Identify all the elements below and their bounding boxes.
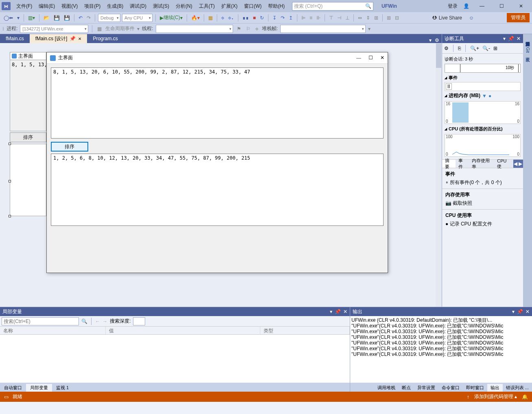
locals-search-icon[interactable]: 🔍 [81, 319, 87, 324]
app-close-button[interactable]: ✕ [380, 55, 384, 61]
maximize-button[interactable]: ☐ [495, 1, 508, 11]
login-icon[interactable]: 👤 [463, 3, 469, 9]
status-src-control[interactable]: 添加到源代码管理 ▴ [474, 393, 517, 400]
handle-icon[interactable]: ⁞ [2, 26, 4, 32]
menu-调试d[interactable]: 调试(D) [126, 3, 150, 10]
locals-body[interactable] [0, 335, 350, 383]
output-dropdown-icon[interactable]: ▾ [512, 309, 515, 314]
diag-cpu-header[interactable]: CPU (所有处理器的百分比) [445, 125, 521, 133]
tab-gear-icon[interactable]: ⚙ [435, 37, 439, 43]
align-5[interactable]: ⊣ [336, 13, 342, 22]
out-btab[interactable]: 错误列表 ... [503, 384, 532, 392]
menu-文件f[interactable]: 文件(F) [13, 3, 35, 10]
redo-button[interactable]: ↷ [85, 13, 92, 22]
tab-overflow-icon[interactable]: ▾ [429, 37, 432, 43]
continue-button[interactable]: ▶ 继续(C) ▾ [159, 13, 184, 22]
out-btab[interactable]: 调用堆栈 [374, 384, 399, 392]
toolbox-icon[interactable]: ▦ [207, 13, 214, 22]
running-app-window[interactable]: 主界面 — ☐ ✕ 8, 1, 5, 13, 20, 6, 10, 55, 20… [46, 52, 388, 273]
cpu-chart[interactable]: 100 100 0 0 [445, 134, 521, 157]
pause-button[interactable]: II [446, 83, 452, 90]
thread-combo[interactable] [156, 25, 233, 33]
out-btab[interactable]: 命令窗口 [438, 384, 463, 392]
locals-search-input[interactable] [2, 317, 79, 325]
out-btab[interactable]: 断点 [399, 384, 414, 392]
stackframe-combo[interactable] [280, 25, 366, 33]
input-textbox[interactable]: 8, 1, 5, 13, 20, 6, 10, 55, 200, 99, 2, … [51, 67, 384, 139]
locals-nav-back[interactable]: ← [95, 319, 100, 324]
menu-窗口w[interactable]: 窗口(W) [241, 3, 265, 10]
align-4[interactable]: ⊤ [328, 13, 334, 22]
size-3[interactable]: ⊞ [373, 13, 379, 22]
designer-scrollbar[interactable] [436, 43, 442, 307]
menu-编辑e[interactable]: 编辑(E) [35, 3, 58, 10]
diag-tab-left-icon[interactable]: ◀ [513, 160, 518, 168]
locals-dropdown-icon[interactable]: ▾ [330, 309, 332, 314]
out-btab[interactable]: 即时窗口 [463, 384, 487, 392]
nav-back-button[interactable]: ◯⬅ [2, 13, 14, 22]
diag-tab-memory[interactable]: 内存使用率 [469, 160, 494, 168]
undo-button[interactable]: ↶ [77, 13, 84, 22]
output-pin-icon[interactable]: 📌 [517, 309, 523, 314]
spacing-2[interactable]: ⊟ [394, 13, 400, 22]
sect-mem-link[interactable]: 📷 截取快照 [445, 200, 520, 207]
step-button-2[interactable]: ⎆▾ [227, 13, 235, 22]
diag-timeline[interactable]: 10秒 [445, 64, 521, 73]
flag2-icon[interactable]: ⚐ [245, 24, 252, 33]
spacing-1[interactable]: ⊞ [386, 13, 392, 22]
out-btab[interactable]: 输出 [487, 384, 503, 392]
step-button-1[interactable]: ⎆ [220, 13, 225, 22]
memory-chart[interactable]: 16 16 0 0 [445, 101, 521, 124]
diag-zoomin-icon[interactable]: 🔍+ [470, 46, 479, 51]
doc-tab[interactable]: Program.cs [87, 34, 123, 43]
locals-close-icon[interactable]: ✕ [343, 309, 347, 314]
step-over-button[interactable]: ↷ [279, 13, 286, 22]
menu-帮助h[interactable]: 帮助(H) [265, 3, 288, 10]
btab-watch1[interactable]: 监视 1 [52, 384, 73, 392]
size-2[interactable]: ⇕ [365, 13, 371, 22]
col-name[interactable]: 名称 [0, 327, 106, 334]
hot-reload-button[interactable]: 🔥▾ [190, 13, 201, 22]
align-6[interactable]: ⊥ [344, 13, 351, 22]
config-combo[interactable]: Debug [98, 14, 120, 22]
liveshare-button[interactable]: ⮋ Live Share [432, 15, 462, 21]
diag-tab-events[interactable]: 事件 [456, 160, 469, 168]
diag-pin-icon[interactable]: 📌 [508, 36, 514, 41]
diag-close-icon[interactable]: ✕ [517, 36, 521, 41]
align-3[interactable]: ⊪ [315, 13, 322, 22]
col-type[interactable]: 类型 [260, 327, 350, 334]
status-bell-icon[interactable]: 🔔 [522, 394, 528, 400]
app-maximize-button[interactable]: ☐ [368, 55, 373, 61]
nav-fwd-button[interactable]: ▾ [16, 13, 21, 22]
flag-icon[interactable]: ⚑ [235, 24, 242, 33]
menu-项目p[interactable]: 项目(P) [81, 3, 104, 10]
out-btab[interactable]: 异常设置 [414, 384, 438, 392]
sect-cpu-link[interactable]: ● 记录 CPU 配置文件 [445, 221, 520, 228]
menu-视图v[interactable]: 视图(V) [58, 3, 81, 10]
output-close-icon[interactable]: ✕ [525, 309, 530, 314]
diag-dropdown-icon[interactable]: ▾ [503, 36, 506, 41]
step-out-button[interactable]: ↥ [288, 13, 294, 22]
col-value[interactable]: 值 [106, 327, 260, 334]
login-link[interactable]: 登录 [448, 3, 458, 10]
diag-zoomout-icon[interactable]: 🔍- [482, 46, 490, 51]
menu-生成b[interactable]: 生成(B) [104, 3, 126, 10]
pin-icon[interactable]: 📌 [70, 36, 76, 41]
align-2[interactable]: ≡ [308, 13, 314, 22]
btab-locals[interactable]: 局部变量 [26, 384, 52, 392]
size-1[interactable]: ⇔ [357, 13, 363, 22]
align-1[interactable]: ⊫ [300, 13, 307, 22]
app-minimize-button[interactable]: — [356, 55, 361, 61]
break-all-button[interactable]: ∎∎ [241, 13, 250, 22]
sort-button[interactable]: 排序 [51, 142, 88, 152]
save-all-button[interactable]: 💾 [63, 13, 71, 22]
restart-button[interactable]: ↻ [259, 13, 265, 22]
sect-events-link[interactable]: ∘ 所有事件(0 个，共 0 个) [445, 179, 520, 186]
btab-autos[interactable]: 自动窗口 [0, 384, 26, 392]
menu-扩展x[interactable]: 扩展(X) [218, 3, 241, 10]
app-titlebar[interactable]: 主界面 — ☐ ✕ [47, 52, 388, 64]
save-button[interactable]: 💾 [52, 13, 61, 22]
diag-settings-icon[interactable]: ⚙ [444, 46, 449, 51]
menu-工具t[interactable]: 工具(T) [196, 3, 218, 10]
designer-surface[interactable]: 主界面 8, 1, 5, 13, 20 排序 主界面 — ☐ ✕ [0, 43, 442, 307]
